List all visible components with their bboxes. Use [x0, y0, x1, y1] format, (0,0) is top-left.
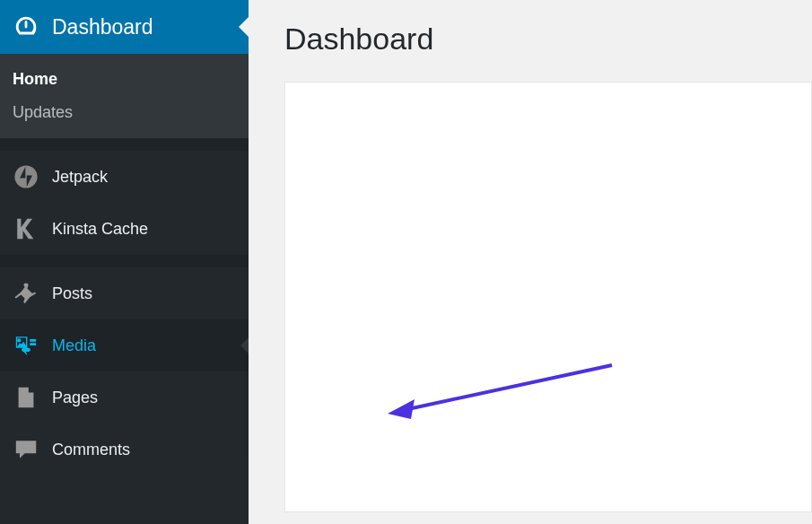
sidebar-item-posts[interactable]: Posts	[0, 267, 249, 319]
media-icon	[13, 332, 39, 359]
sidebar-item-label: Kinsta Cache	[52, 220, 148, 239]
admin-sidebar: Dashboard Home Updates Jetpack Kinsta Ca…	[0, 0, 249, 524]
sidebar-item-kinsta[interactable]: Kinsta Cache	[0, 203, 249, 255]
content-panel	[284, 82, 812, 512]
sidebar-item-label: Dashboard	[52, 15, 153, 39]
menu-divider	[0, 138, 249, 151]
sidebar-item-comments[interactable]: Comments	[0, 424, 249, 476]
kinsta-icon	[13, 215, 39, 242]
svg-point-0	[14, 165, 37, 188]
sidebar-item-label: Posts	[52, 284, 92, 303]
jetpack-icon	[13, 163, 39, 190]
dashboard-submenu: Home Updates	[0, 54, 249, 138]
sidebar-item-media[interactable]: Media	[0, 319, 249, 371]
comments-icon	[13, 436, 39, 463]
pin-icon	[13, 280, 39, 307]
sidebar-item-label: Jetpack	[52, 168, 108, 187]
sidebar-item-pages[interactable]: Pages	[0, 371, 249, 424]
sidebar-item-label: Pages	[52, 389, 98, 407]
sidebar-item-label: Media	[52, 336, 96, 355]
main-content: Dashboard	[249, 0, 812, 524]
submenu-item-home[interactable]: Home	[0, 63, 249, 96]
page-title: Dashboard	[249, 0, 812, 82]
sidebar-item-label: Comments	[52, 441, 130, 459]
menu-divider	[0, 255, 249, 267]
submenu-item-updates[interactable]: Updates	[0, 96, 249, 129]
sidebar-item-jetpack[interactable]: Jetpack	[0, 151, 249, 203]
sidebar-item-dashboard[interactable]: Dashboard	[0, 0, 249, 54]
pages-icon	[13, 384, 39, 411]
dashboard-icon	[13, 13, 39, 40]
